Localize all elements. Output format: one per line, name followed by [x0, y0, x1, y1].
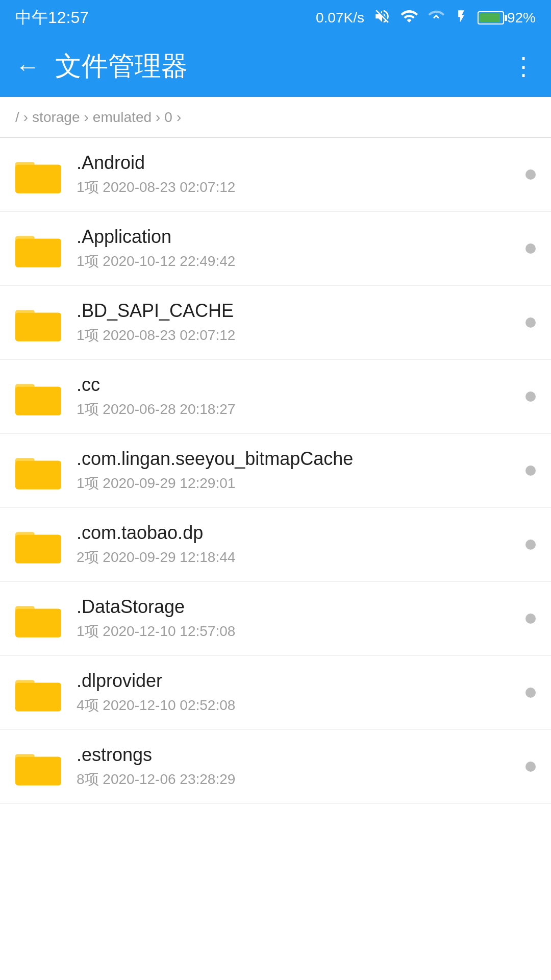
svg-rect-20: [15, 608, 61, 637]
breadcrumb-emulated[interactable]: emulated: [93, 109, 152, 126]
app-title: 文件管理器: [55, 48, 496, 84]
file-meta: 1项 2020-10-12 22:49:42: [77, 252, 525, 271]
charging-icon: [454, 8, 468, 29]
file-info: .cc 1项 2020-06-28 20:18:27: [77, 374, 525, 419]
file-info: .BD_SAPI_CACHE 1项 2020-08-23 02:07:12: [77, 300, 525, 345]
file-info: .com.lingan.seeyou_bitmapCache 1项 2020-0…: [77, 448, 525, 493]
folder-icon: [15, 378, 61, 416]
svg-rect-5: [15, 238, 61, 267]
file-meta: 2项 2020-09-29 12:18:44: [77, 548, 525, 567]
svg-rect-26: [15, 756, 61, 785]
breadcrumb-sep-0: ›: [23, 109, 28, 126]
breadcrumb-root[interactable]: /: [15, 109, 19, 126]
folder-icon: [15, 600, 61, 638]
list-item[interactable]: .cc 1项 2020-06-28 20:18:27: [0, 360, 551, 434]
list-item[interactable]: .Android 1项 2020-08-23 02:07:12: [0, 138, 551, 212]
file-meta: 1项 2020-06-28 20:18:27: [77, 400, 525, 419]
file-dot: [525, 762, 536, 772]
status-bar: 中午12:57 0.07K/s: [0, 0, 551, 36]
file-dot: [525, 243, 536, 254]
svg-rect-8: [15, 312, 61, 341]
file-dot: [525, 540, 536, 550]
mute-icon: [373, 8, 391, 29]
file-name: .com.lingan.seeyou_bitmapCache: [77, 448, 525, 470]
list-item[interactable]: .BD_SAPI_CACHE 1项 2020-08-23 02:07:12: [0, 286, 551, 360]
folder-icon: [15, 452, 61, 490]
file-name: .Application: [77, 226, 525, 248]
file-dot: [525, 317, 536, 328]
file-name: .DataStorage: [77, 596, 525, 618]
breadcrumb-sep-2: ›: [156, 109, 160, 126]
list-item[interactable]: .com.taobao.dp 2项 2020-09-29 12:18:44: [0, 508, 551, 582]
battery-indicator: 92%: [478, 10, 536, 26]
file-info: .Android 1项 2020-08-23 02:07:12: [77, 152, 525, 197]
file-name: .Android: [77, 152, 525, 174]
file-dot: [525, 688, 536, 698]
more-button[interactable]: ⋮: [511, 52, 536, 81]
folder-icon: [15, 230, 61, 268]
list-item[interactable]: .estrongs 8项 2020-12-06 23:28:29: [0, 730, 551, 804]
breadcrumb-storage[interactable]: storage: [32, 109, 80, 126]
svg-rect-23: [15, 682, 61, 711]
file-list: .Android 1项 2020-08-23 02:07:12 .Applica…: [0, 138, 551, 804]
file-dot: [525, 391, 536, 402]
battery-icon: [478, 11, 504, 24]
signal-icon: [428, 8, 445, 29]
file-meta: 1项 2020-08-23 02:07:12: [77, 178, 525, 197]
back-button[interactable]: ←: [15, 53, 40, 81]
app-bar: ← 文件管理器 ⋮: [0, 36, 551, 97]
file-dot: [525, 614, 536, 624]
file-dot: [525, 465, 536, 476]
file-dot: [525, 169, 536, 180]
list-item[interactable]: .Application 1项 2020-10-12 22:49:42: [0, 212, 551, 286]
status-time: 中午12:57: [15, 7, 89, 29]
folder-icon: [15, 748, 61, 786]
list-item[interactable]: .DataStorage 1项 2020-12-10 12:57:08: [0, 582, 551, 656]
breadcrumb: / › storage › emulated › 0 ›: [0, 97, 551, 138]
file-meta: 1项 2020-09-29 12:29:01: [77, 474, 525, 493]
file-info: .com.taobao.dp 2项 2020-09-29 12:18:44: [77, 522, 525, 567]
file-name: .cc: [77, 374, 525, 396]
file-info: .dlprovider 4项 2020-12-10 02:52:08: [77, 670, 525, 715]
file-name: .dlprovider: [77, 670, 525, 692]
folder-icon: [15, 526, 61, 564]
wifi-icon: [400, 7, 418, 29]
svg-rect-11: [15, 386, 61, 415]
breadcrumb-0[interactable]: 0: [164, 109, 172, 126]
breadcrumb-sep-1: ›: [84, 109, 89, 126]
folder-icon: [15, 156, 61, 194]
network-speed: 0.07K/s: [316, 10, 364, 26]
list-item[interactable]: .dlprovider 4项 2020-12-10 02:52:08: [0, 656, 551, 730]
file-meta: 8项 2020-12-06 23:28:29: [77, 770, 525, 789]
file-info: .Application 1项 2020-10-12 22:49:42: [77, 226, 525, 271]
file-name: .BD_SAPI_CACHE: [77, 300, 525, 322]
svg-rect-17: [15, 534, 61, 563]
folder-icon: [15, 304, 61, 342]
breadcrumb-sep-3: ›: [177, 109, 181, 126]
svg-rect-2: [15, 164, 61, 193]
file-meta: 1项 2020-12-10 12:57:08: [77, 622, 525, 641]
battery-percentage: 92%: [507, 10, 536, 26]
svg-rect-14: [15, 460, 61, 489]
list-item[interactable]: .com.lingan.seeyou_bitmapCache 1项 2020-0…: [0, 434, 551, 508]
status-icons: 0.07K/s: [316, 7, 536, 29]
file-name: .com.taobao.dp: [77, 522, 525, 544]
battery-fill: [480, 13, 500, 22]
file-meta: 4项 2020-12-10 02:52:08: [77, 696, 525, 715]
file-info: .estrongs 8项 2020-12-06 23:28:29: [77, 744, 525, 789]
file-meta: 1项 2020-08-23 02:07:12: [77, 326, 525, 345]
file-name: .estrongs: [77, 744, 525, 766]
file-info: .DataStorage 1项 2020-12-10 12:57:08: [77, 596, 525, 641]
folder-icon: [15, 674, 61, 712]
